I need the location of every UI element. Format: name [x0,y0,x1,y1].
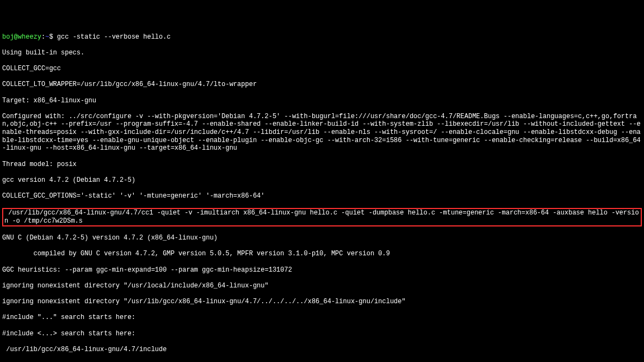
output-line: COLLECT_GCC_OPTIONS='-static' '-v' '-mtu… [2,192,642,200]
output-line: Configured with: ../src/configure -v --w… [2,113,642,152]
prompt-host: wheezy [18,33,41,41]
output-line: COLLECT_LTO_WRAPPER=/usr/lib/gcc/x86_64-… [2,81,642,89]
output-line: gcc version 4.7.2 (Debian 4.7.2-5) [2,176,642,185]
output-line: Using built-in specs. [2,49,642,57]
highlight-compile-command: /usr/lib/gcc/x86_64-linux-gnu/4.7/cc1 -q… [2,208,642,226]
output-line: /usr/lib/gcc/x86_64-linux-gnu/4.7/includ… [2,346,642,354]
output-line: #include <...> search starts here: [2,330,642,338]
output-line: GNU C (Debian 4.7.2-5) version 4.7.2 (x8… [2,234,642,242]
prompt-at: @ [14,33,18,41]
command-prompt-line[interactable]: boj@wheezy:~$ gcc -static --verbose hell… [2,33,642,41]
output-line: #include "..." search starts here: [2,314,642,322]
command-text: gcc -static --verbose hello.c [57,33,171,41]
output-line: Target: x86_64-linux-gnu [2,97,642,105]
output-line: compiled by GNU C version 4.7.2, GMP ver… [2,250,642,258]
output-line: GGC heuristics: --param ggc-min-expand=1… [2,266,642,274]
prompt-symbol: $ [49,33,53,41]
output-line: ignoring nonexistent directory "/usr/lib… [2,298,642,306]
output-line: ignoring nonexistent directory "/usr/loc… [2,282,642,290]
cc1-command: /usr/lib/gcc/x86_64-linux-gnu/4.7/cc1 -q… [4,209,639,225]
output-line: COLLECT_GCC=gcc [2,65,642,73]
output-line: Thread model: posix [2,161,642,169]
prompt-user: boj [2,33,14,41]
